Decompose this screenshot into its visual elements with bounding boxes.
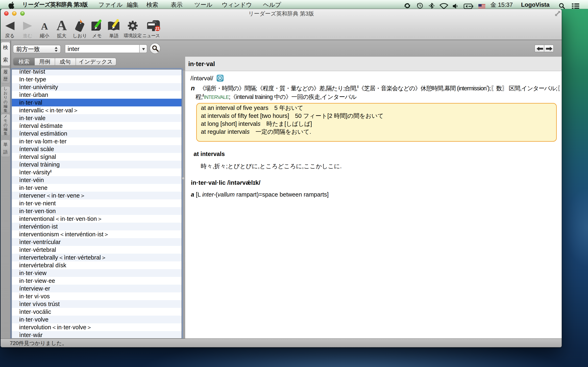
svg-text:21: 21	[155, 26, 160, 31]
